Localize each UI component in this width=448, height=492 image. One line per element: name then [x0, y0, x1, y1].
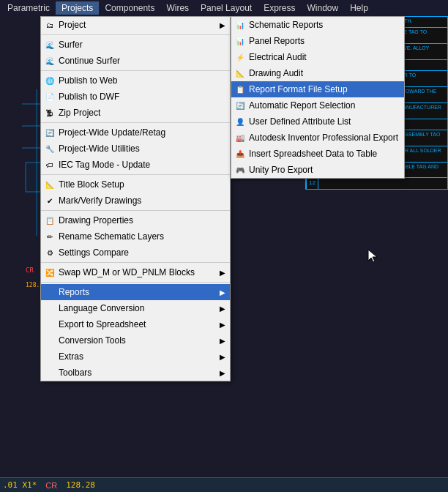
menu-express[interactable]: Express [258, 1, 301, 15]
swap-icon: 🔀 [44, 266, 56, 278]
submenu-arrow: ▶ [220, 21, 225, 29]
menu-window[interactable]: Window [302, 1, 345, 15]
separator4 [41, 174, 230, 175]
user-attr-icon: 👤 [234, 116, 246, 127]
submenu-arrow5: ▶ [220, 321, 225, 329]
menu-item-drawing-props[interactable]: 📋 Drawing Properties [41, 212, 230, 228]
reports-electrical-audit[interactable]: ⚡ Electrical Audit [231, 49, 404, 65]
menu-panel-layout[interactable]: Panel Layout [195, 1, 258, 15]
status-bar: .01 X1* CR 128.28 [0, 477, 448, 492]
menu-wires[interactable]: Wires [160, 1, 195, 15]
menu-item-utilities[interactable]: 🔧 Project-Wide Utilities [41, 141, 230, 157]
note-text [318, 178, 448, 189]
menu-components[interactable]: Components [99, 1, 160, 15]
reports-panel[interactable]: 📊 Panel Reports [231, 33, 404, 49]
title-icon: 📐 [44, 179, 56, 190]
submenu-arrow2: ▶ [220, 269, 225, 277]
tag-icon: 🏷 [44, 159, 56, 171]
menu-item-publish-web[interactable]: 🌐 Publish to Web [41, 72, 230, 89]
menu-item-mark-verify[interactable]: ✔ Mark/Verify Drawings [41, 193, 230, 209]
menu-item-extras[interactable]: Extras ▶ [41, 348, 230, 365]
menu-item-iec-tag[interactable]: 🏷 IEC Tag Mode - Update [41, 157, 230, 173]
menu-item-continue-surfer[interactable]: 🌊 Continue Surfer [41, 53, 230, 69]
menu-item-title-block[interactable]: 📐 Title Block Setup [41, 176, 230, 193]
reports-schematic[interactable]: 📊 Schematic Reports [231, 17, 404, 33]
reports-inventor-export[interactable]: 🏭 Autodesk Inventor Professional Export [231, 130, 404, 146]
submenu-arrow6: ▶ [220, 337, 225, 345]
reports-submenu: 📊 Schematic Reports 📊 Panel Reports ⚡ El… [231, 16, 405, 179]
mark-icon: ✔ [44, 195, 56, 206]
reports-drawing-audit[interactable]: 📐 Drawing Audit [231, 65, 404, 81]
menu-item-conversion-tools[interactable]: Conversion Tools ▶ [41, 332, 230, 348]
menu-help[interactable]: Help [344, 1, 374, 15]
submenu-arrow8: ▶ [220, 369, 225, 377]
reports-user-attribute[interactable]: 👤 User Defined Attribute List [231, 113, 404, 130]
insert-icon: 📥 [234, 148, 246, 160]
menu-item-project[interactable]: 🗂 Project ▶ [41, 17, 230, 33]
props-icon: 📋 [44, 215, 56, 226]
reports-insert-spreadsheet[interactable]: 📥 Insert Spreadsheet Data to Table [231, 146, 404, 162]
compare-icon: ⚙ [44, 247, 56, 258]
note-number: 12 [307, 178, 318, 189]
menu-item-zip-project[interactable]: 🗜 Zip Project [41, 105, 230, 121]
auto-icon: 🔄 [234, 100, 246, 111]
menu-item-swap-blocks[interactable]: 🔀 Swap WD_M or WD_PNLM Blocks ▶ [41, 264, 230, 280]
panel-icon: 📊 [234, 35, 246, 47]
reports-unity-export[interactable]: 🎮 Unity Pro Export [231, 162, 404, 178]
menu-projects[interactable]: Projects [56, 1, 99, 15]
reports-format-setup[interactable]: 📋 Report Format File Setup [231, 81, 404, 97]
submenu-arrow7: ▶ [220, 353, 225, 361]
submenu-arrow4: ▶ [220, 305, 225, 313]
separator7 [41, 282, 230, 283]
separator6 [41, 262, 230, 263]
folder-icon: 🗂 [44, 19, 56, 31]
projects-dropdown: 🗂 Project ▶ 🌊 Surfer 🌊 Continue Surfer 🌐… [40, 16, 231, 381]
schematic-icon: 📊 [234, 19, 246, 31]
menu-item-settings-compare[interactable]: ⚙ Settings Compare [41, 245, 230, 261]
menu-item-language-conversion[interactable]: Language Conversion ▶ [41, 300, 230, 316]
menu-item-reports[interactable]: Reports ▶ [41, 284, 230, 300]
separator3 [41, 122, 230, 123]
menu-item-surfer[interactable]: 🌊 Surfer [41, 37, 230, 53]
rename-icon: ✏ [44, 231, 56, 242]
electrical-audit-icon: ⚡ [234, 51, 246, 63]
svg-text:CR: CR [26, 266, 34, 274]
update-icon: 🔄 [44, 127, 56, 138]
inventor-icon: 🏭 [234, 132, 246, 144]
separator5 [41, 210, 230, 211]
menu-item-rename-layers[interactable]: ✏ Rename Schematic Layers [41, 228, 230, 245]
menu-parametric[interactable]: Parametric [1, 1, 56, 15]
separator2 [41, 70, 230, 71]
drawing-audit-icon: 📐 [234, 67, 246, 79]
note-row: 12 [307, 178, 448, 189]
unity-icon: 🎮 [234, 164, 246, 176]
status-label: CR [45, 481, 57, 490]
zip-icon: 🗜 [44, 107, 56, 119]
separator [41, 34, 230, 35]
coord-display: .01 X1* [3, 480, 37, 490]
submenu-arrow3: ▶ [220, 288, 225, 297]
util-icon: 🔧 [44, 143, 56, 154]
menu-item-publish-dwf[interactable]: 📄 Publish to DWF [41, 89, 230, 105]
continue-surfer-icon: 🌊 [44, 55, 56, 67]
coord-y: 128.28 [66, 480, 95, 490]
reports-auto-selection[interactable]: 🔄 Automatic Report Selection [231, 97, 404, 113]
menubar: Parametric Projects Components Wires Pan… [0, 0, 448, 16]
surfer-icon: 🌊 [44, 39, 56, 51]
format-icon: 📋 [234, 83, 246, 95]
menu-item-toolbars[interactable]: Toolbars ▶ [41, 365, 230, 381]
menu-item-update-retag[interactable]: 🔄 Project-Wide Update/Retag [41, 124, 230, 141]
dwf-icon: 📄 [44, 91, 56, 102]
menu-item-export-spreadsheet[interactable]: Export to Spreadsheet ▶ [41, 316, 230, 332]
web-icon: 🌐 [44, 75, 56, 86]
